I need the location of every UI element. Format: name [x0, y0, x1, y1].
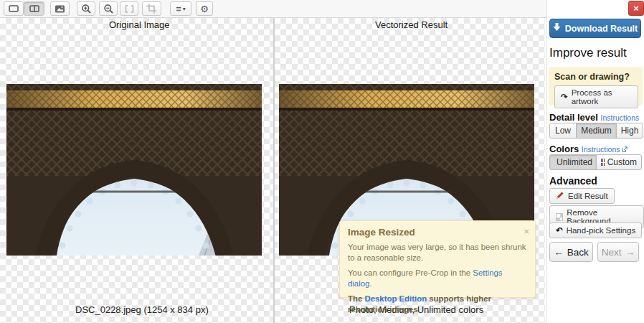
split-view-button[interactable] — [24, 1, 44, 16]
colors-unlimited-button[interactable]: Unlimited — [549, 154, 597, 170]
process-as-artwork-button[interactable]: ↷ Process as artwork — [554, 85, 638, 108]
list-icon: ≡ — [176, 4, 181, 14]
view-options-button[interactable]: ≡ ▾ — [170, 1, 191, 16]
detail-low-button[interactable]: Low — [549, 123, 577, 139]
download-result-button[interactable]: Download Result — [549, 19, 641, 38]
caret-down-icon: ▾ — [183, 6, 186, 12]
next-button[interactable]: Next → — [597, 242, 639, 262]
toolbar: ≡ ▾ ⚙ — [0, 0, 546, 18]
zoom-out-icon — [103, 4, 114, 14]
pencil-icon — [556, 191, 564, 201]
zoom-in-icon — [81, 4, 92, 14]
original-image — [6, 84, 262, 256]
crop-button[interactable] — [142, 1, 161, 16]
edit-result-button[interactable]: Edit Result — [549, 188, 615, 204]
arrow-left-icon: ← — [554, 247, 564, 258]
app-window: ≡ ▾ ⚙ Original Image Vectorized Result D… — [0, 0, 644, 323]
close-icon: × — [633, 3, 639, 14]
zoom-fit-button[interactable] — [120, 1, 138, 16]
single-view-icon — [8, 4, 19, 14]
transparency-checker-icon — [556, 213, 563, 221]
image-icon — [55, 4, 65, 14]
curved-arrow-icon: ↷ — [561, 92, 568, 102]
detail-high-button[interactable]: High — [616, 123, 643, 139]
notification-line1: Your image was very large, so it has bee… — [348, 242, 528, 263]
arrow-right-icon: → — [625, 247, 635, 258]
scan-or-drawing-box: Scan or drawing? ↷ Process as artwork — [549, 67, 643, 106]
colors-group: Unlimited Custom — [549, 154, 642, 170]
fit-brackets-icon — [124, 4, 135, 14]
gear-icon: ⚙ — [200, 4, 209, 14]
undo-arrow-icon: ↶ — [556, 225, 563, 235]
single-view-button[interactable] — [4, 1, 24, 16]
color-grid-icon — [601, 159, 605, 166]
advanced-heading: Advanced — [549, 175, 597, 187]
split-view-icon — [29, 4, 40, 14]
scan-question: Scan or drawing? — [554, 72, 638, 82]
crop-icon — [146, 4, 157, 14]
colors-instructions-link[interactable]: Instructions — [582, 145, 628, 154]
original-panel-title: Original Image — [109, 19, 170, 30]
settings-button[interactable]: ⚙ — [196, 1, 213, 16]
desktop-edition-link[interactable]: Desktop Edition — [364, 294, 427, 303]
image-view-button[interactable] — [50, 1, 70, 16]
notification-line2: You can configure Pre-Crop in the Settin… — [348, 268, 528, 289]
original-file-info: DSC_0228.jpeg (1254 x 834 px) — [75, 304, 209, 315]
handpick-settings-button[interactable]: ↶ Hand-pick Settings — [549, 223, 642, 238]
external-link-icon — [622, 146, 628, 152]
detail-medium-button[interactable]: Medium — [576, 123, 617, 139]
colors-label: Colors Instructions — [549, 144, 628, 154]
notification-close-icon[interactable]: × — [524, 226, 529, 237]
zoom-in-button[interactable] — [77, 1, 95, 16]
colors-custom-button[interactable]: Custom — [596, 154, 642, 170]
back-button[interactable]: ← Back — [549, 242, 593, 262]
sidebar: × Download Result Improve result Scan or… — [546, 0, 644, 323]
notification-line3: The Desktop Edition supports higher reso… — [348, 294, 528, 315]
zoom-out-button[interactable] — [99, 1, 118, 16]
vectorized-panel-title: Vectorized Result — [375, 19, 448, 30]
download-icon — [553, 23, 561, 34]
improve-result-heading: Improve result — [549, 46, 627, 60]
image-resized-notification: Image Resized × Your image was very larg… — [339, 220, 536, 298]
notification-title: Image Resized — [348, 227, 528, 238]
close-button[interactable]: × — [628, 1, 644, 16]
detail-level-group: Low Medium High — [549, 123, 643, 139]
